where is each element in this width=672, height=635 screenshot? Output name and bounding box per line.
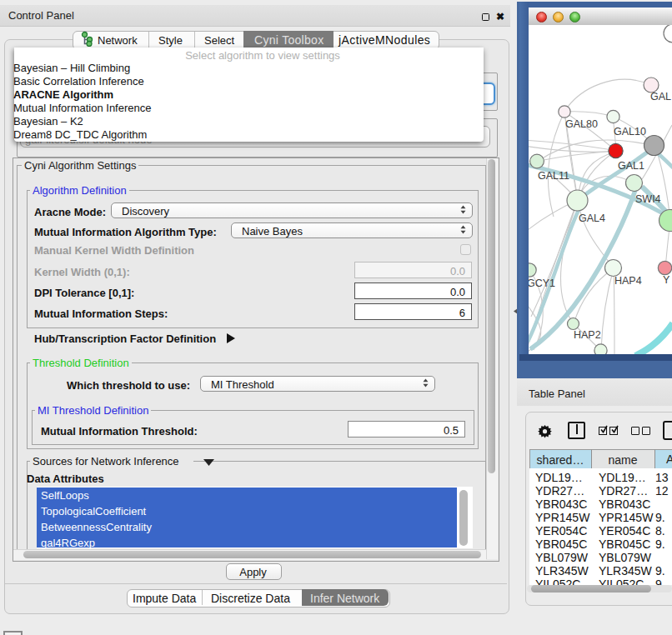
svg-text:GAL1: GAL1 (618, 160, 644, 172)
svg-text:GAL11: GAL11 (538, 170, 569, 182)
svg-text:GAL4: GAL4 (579, 212, 605, 224)
svg-text:GAL80: GAL80 (565, 118, 598, 130)
svg-text:GCY1: GCY1 (529, 278, 555, 289)
svg-text:HAP4: HAP4 (614, 275, 642, 287)
svg-text:GAL: GAL (650, 91, 671, 102)
svg-text:HAP2: HAP2 (574, 329, 601, 341)
svg-text:Y: Y (663, 274, 670, 286)
svg-text:GAL10: GAL10 (614, 126, 646, 138)
svg-text:SWI4: SWI4 (635, 193, 661, 205)
